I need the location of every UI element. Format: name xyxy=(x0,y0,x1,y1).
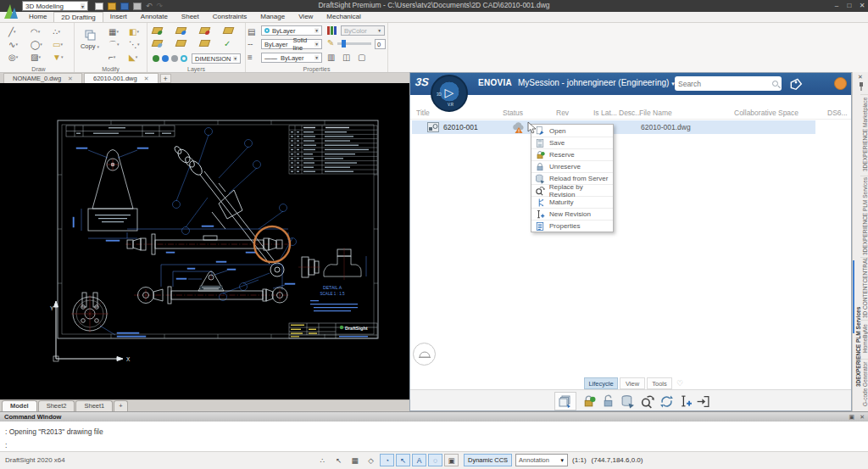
layer-off-icon[interactable] xyxy=(171,55,178,62)
col-is-latest[interactable]: Is Lat... xyxy=(593,109,617,117)
tab-insert[interactable]: Insert xyxy=(103,12,134,22)
transparency-value[interactable]: 0 xyxy=(375,39,386,49)
split-tool-icon[interactable]: ⋱▾ xyxy=(129,39,147,51)
close-icon[interactable]: ✕ xyxy=(860,412,865,422)
reload-from-server-icon[interactable] xyxy=(620,394,635,409)
enovia-session-title[interactable]: ENOVIA MySession - johnengineer (Enginee… xyxy=(478,78,675,87)
layer-dropdown[interactable]: DIMENSION▾ xyxy=(192,53,241,64)
dock-icon[interactable]: ▣ xyxy=(849,412,854,422)
tab-home[interactable]: Home xyxy=(22,12,53,22)
line-color-dropdown[interactable]: ByLayer▾ xyxy=(261,25,322,36)
strip-tab-marketplace[interactable]: 3DEXPERIENCE Marketplace xyxy=(860,94,868,174)
sheet-tab-sheet2[interactable]: Sheet2 xyxy=(38,400,75,411)
redo-icon[interactable]: ↷ xyxy=(157,2,164,10)
spline-tool-icon[interactable]: ∿▾ xyxy=(8,39,27,51)
menu-item-open[interactable]: Open xyxy=(531,125,613,137)
brush-icon[interactable]: ✎ xyxy=(327,38,334,47)
layer-check-icon[interactable]: ✓ xyxy=(224,39,231,48)
fillet-tool-icon[interactable]: ⌐▾ xyxy=(108,52,127,64)
col-title[interactable]: Title xyxy=(416,109,430,117)
assistant-button[interactable] xyxy=(413,343,436,366)
col-status[interactable]: Status xyxy=(503,109,523,117)
new-revision-icon[interactable] xyxy=(678,394,693,409)
user-avatar[interactable] xyxy=(834,77,847,90)
grid-toggle[interactable]: ▦ xyxy=(348,454,362,466)
open-file-icon[interactable] xyxy=(108,3,116,10)
col-rev[interactable]: Rev xyxy=(556,109,569,117)
polygon-tool-icon[interactable]: ▼▾ xyxy=(53,52,71,64)
doc-tab-noname[interactable]: NONAME_0.dwg ✕ xyxy=(3,73,82,83)
menu-item-properties[interactable]: Properties xyxy=(531,220,613,232)
col-ds6[interactable]: DS6... xyxy=(827,109,848,117)
layer-manager-icon[interactable] xyxy=(153,27,162,36)
sync-icon[interactable] xyxy=(659,394,674,409)
command-prompt[interactable]: : xyxy=(5,441,7,449)
close-icon[interactable]: ✕ xyxy=(144,74,149,83)
search-icon[interactable] xyxy=(772,81,778,87)
unreserve-icon[interactable] xyxy=(601,394,615,409)
col-file-name[interactable]: File Name xyxy=(639,109,672,117)
undo-icon[interactable]: ↶ xyxy=(146,2,153,10)
esnap-toggle[interactable]: ∴ xyxy=(315,454,330,466)
menu-item-reserve[interactable]: Reserve xyxy=(531,148,613,160)
tab-annotate[interactable]: Annotate xyxy=(134,12,175,22)
offset-tool-icon[interactable]: ⌒▾ xyxy=(108,39,127,51)
line-style-dropdown[interactable]: ByLayer Solid line▾ xyxy=(261,39,322,49)
layer-freeze-icon[interactable] xyxy=(153,40,162,48)
etrack-toggle[interactable]: ↖ xyxy=(331,454,346,466)
delete-tool-icon[interactable]: ◧▾ xyxy=(129,26,147,38)
menu-item-new-revision[interactable]: New Revision xyxy=(531,208,613,220)
layer-delete-icon[interactable] xyxy=(200,27,209,36)
pointer-toggle[interactable]: ↖ xyxy=(396,454,410,466)
new-doc-tab-button[interactable]: + xyxy=(160,74,171,83)
copy-button[interactable]: Copy ▾ xyxy=(76,30,103,50)
menu-item-save[interactable]: Save xyxy=(531,137,613,148)
tab-tools[interactable]: Tools xyxy=(647,377,672,389)
line-tool-icon[interactable]: ╱▾ xyxy=(8,26,27,38)
arc-tool-icon[interactable]: ◠▾ xyxy=(31,26,49,38)
circle-tool-icon[interactable]: ◎▾ xyxy=(8,52,27,64)
tab-view[interactable]: View xyxy=(292,12,320,22)
table-row[interactable]: 62010-001 62010-001.dwg xyxy=(412,120,815,134)
menu-item-replace-revision[interactable]: Replace by Revision xyxy=(531,184,613,196)
add-sheet-button[interactable]: + xyxy=(114,400,127,411)
layer-ring-icon[interactable] xyxy=(181,55,187,62)
color-bars-icon[interactable] xyxy=(327,25,337,36)
tab-2d-drafting[interactable]: 2D Drafting xyxy=(53,12,103,22)
strip-active-tab[interactable]: 3DEXPERIENCE PLM Services xyxy=(854,284,862,410)
maximize-button[interactable]: □ xyxy=(843,0,855,11)
strip-tab-plm-services[interactable]: 3DEXPERIENCE PLM Services xyxy=(860,176,868,255)
sheet-tab-sheet1[interactable]: Sheet1 xyxy=(75,400,113,411)
layer-unisolate-icon[interactable] xyxy=(200,40,209,48)
enovia-search[interactable] xyxy=(675,76,782,91)
print-area-toggle[interactable]: ▣ xyxy=(444,454,459,466)
layer-lock-icon[interactable] xyxy=(176,27,186,36)
print-icon[interactable] xyxy=(133,3,142,10)
selection-toggle[interactable]: ◌ xyxy=(428,454,442,466)
point-tool-icon[interactable]: ∴▾ xyxy=(53,26,71,38)
layer-color-icon[interactable] xyxy=(162,55,169,62)
layer-on-icon[interactable] xyxy=(153,55,159,62)
doc-tab-62010-001[interactable]: 62010-001.dwg ✕ xyxy=(84,73,159,83)
pin-icon[interactable] xyxy=(858,82,865,91)
command-window[interactable]: Command Window ▣ ✕ : Opening "R2013" dra… xyxy=(0,411,868,451)
search-input[interactable] xyxy=(678,80,772,88)
dynamic-ccs-button[interactable]: Dynamic CCS xyxy=(464,454,512,466)
new-file-icon[interactable] xyxy=(95,3,103,10)
layer-isolate-icon[interactable] xyxy=(176,40,186,48)
replace-by-revision-icon[interactable] xyxy=(640,394,654,409)
drawing-canvas[interactable]: DETAIL A SCALE 1 : 1.5 DraftSight Y X xyxy=(0,83,409,399)
menu-item-unreserve[interactable]: Unreserve xyxy=(531,160,613,172)
close-panel-icon[interactable]: ✕ xyxy=(853,74,868,81)
batch-stack-button[interactable] xyxy=(554,392,576,410)
tab-mechanical[interactable]: Mechanical xyxy=(320,12,367,22)
rectangle-tool-icon[interactable]: ▭▾ xyxy=(53,39,71,51)
tab-view[interactable]: View xyxy=(620,377,645,389)
tab-sheet[interactable]: Sheet xyxy=(175,12,206,22)
col-description[interactable]: Desc... xyxy=(619,109,641,117)
line-type-dropdown[interactable]: —— ByLayer▾ xyxy=(261,53,322,63)
minimize-button[interactable]: – xyxy=(831,0,843,11)
tab-manage[interactable]: Manage xyxy=(253,12,292,22)
3dexperience-compass-icon[interactable]: ▷ 3D V.R xyxy=(431,75,468,112)
ortho-toggle[interactable]: ◇ xyxy=(364,454,378,466)
